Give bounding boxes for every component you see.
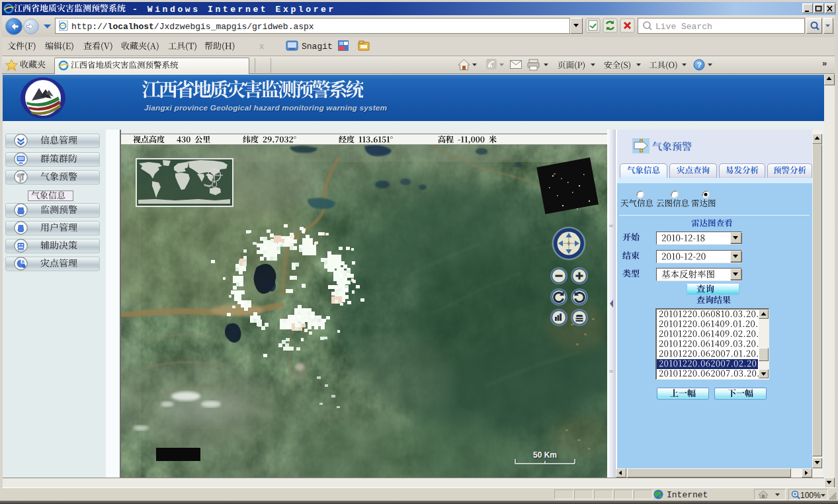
svg-text:?: ? — [697, 61, 702, 69]
svg-text:50 Km: 50 Km — [533, 450, 557, 460]
